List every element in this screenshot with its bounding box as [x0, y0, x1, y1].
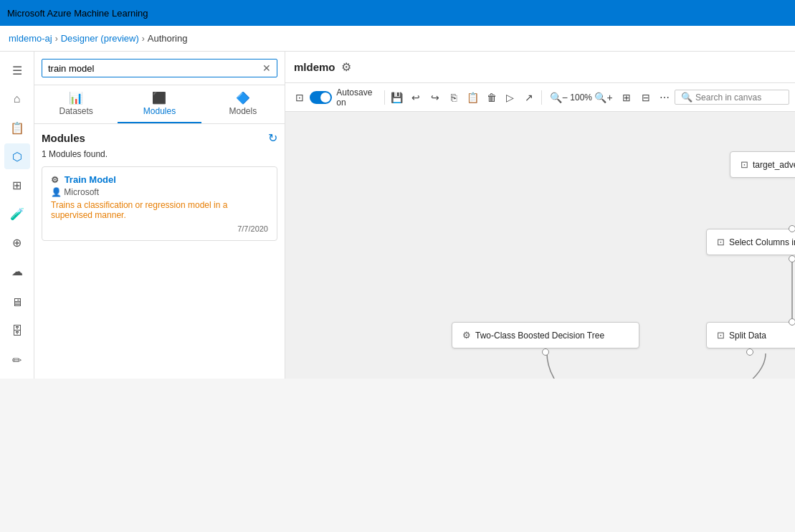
- canvas-search-input[interactable]: [695, 92, 781, 103]
- twoclass-output-connector[interactable]: [542, 348, 549, 356]
- breadcrumb-mldemo[interactable]: mldemo-aj: [9, 33, 52, 44]
- select-input-connector[interactable]: [789, 225, 795, 232]
- undo-icon[interactable]: ↩: [407, 87, 424, 108]
- monitor-icon[interactable]: 🖥: [4, 290, 30, 315]
- breadcrumb-designer[interactable]: Designer (preview): [61, 33, 139, 44]
- panel-tabs: 📊 Datasets ⬛ Modules 🔷 Models: [34, 85, 285, 124]
- modules-title: Modules: [42, 132, 85, 144]
- topbar: Microsoft Azure Machine Learning: [0, 0, 795, 26]
- split-output1-connector[interactable]: [746, 348, 753, 356]
- module-desc: Trains a classification or regression mo…: [51, 200, 268, 220]
- experiments-icon[interactable]: 🧪: [4, 201, 30, 227]
- save-icon[interactable]: 💾: [389, 87, 406, 108]
- breadcrumb-sep-2: ›: [142, 34, 145, 44]
- canvas[interactable]: ⊡ target_adventurework ⊡ Select Columns …: [285, 112, 795, 379]
- split-input-connector[interactable]: [789, 318, 795, 326]
- search-input-wrap: ✕: [42, 59, 277, 77]
- settings-icon[interactable]: ⚙: [341, 60, 351, 74]
- pipeline-title: mldemo: [294, 61, 335, 73]
- models-tab-label: Models: [229, 106, 257, 116]
- datasets-tab-label: Datasets: [59, 106, 92, 116]
- copy-icon[interactable]: ⎘: [445, 87, 462, 108]
- module-name: ⚙ Train Model: [51, 174, 268, 185]
- node-target-label: target_adventurework: [753, 160, 795, 170]
- breadcrumb-sep-1: ›: [55, 34, 58, 44]
- topbar-title: Microsoft Azure Machine Learning: [7, 8, 148, 19]
- delete-icon[interactable]: 🗑: [482, 87, 500, 108]
- module-author: 👤 Microsoft: [51, 187, 268, 197]
- canvas-search[interactable]: 🔍: [675, 90, 789, 105]
- arrow-icon[interactable]: ↗: [520, 87, 538, 108]
- canvas-area: mldemo ⚙ ⊡ Autosave on 💾 ↩ ↪ ⎘ 📋 🗑 ▷ ↗ 🔍…: [285, 52, 795, 379]
- node-split-label: Split Data: [729, 331, 766, 341]
- node-select-cols[interactable]: ⊡ Select Columns in Dataset: [706, 229, 795, 255]
- modules-tab-icon: ⬛: [152, 91, 166, 105]
- tab-models[interactable]: 🔷 Models: [201, 85, 285, 123]
- modules-header: Modules ↻: [42, 131, 277, 145]
- left-panel: ✕ 📊 Datasets ⬛ Modules 🔷 Models Modules …: [34, 52, 285, 379]
- toolbar-sep-1: [384, 90, 385, 105]
- zoom-in-icon[interactable]: 🔍+: [594, 87, 614, 108]
- toolbar: ⊡ Autosave on 💾 ↩ ↪ ⎘ 📋 🗑 ▷ ↗ 🔍− 100% 🔍+…: [285, 83, 795, 112]
- zoom-level: 100%: [570, 92, 592, 103]
- zoom-out-icon[interactable]: 🔍−: [548, 87, 568, 108]
- fit-page-icon[interactable]: ⊞: [618, 87, 635, 108]
- node-target-icon: ⊡: [741, 159, 748, 170]
- toolbar-sep-2: [541, 90, 542, 105]
- designer-icon[interactable]: ⬡: [4, 143, 30, 169]
- datasets-tab-icon: 📊: [69, 91, 83, 105]
- select-output-connector[interactable]: [789, 255, 795, 262]
- redo-icon[interactable]: ↪: [426, 87, 443, 108]
- data-icon[interactable]: 🗄: [4, 318, 30, 344]
- refresh-icon[interactable]: ↻: [268, 131, 277, 145]
- node-split-data[interactable]: ⊡ Split Data: [706, 322, 795, 348]
- module-card-icon: ⚙: [51, 175, 59, 185]
- breadcrumb-bar: mldemo-aj › Designer (preview) › Authori…: [0, 26, 795, 52]
- panel-content: Modules ↻ 1 Modules found. ⚙ Train Model…: [34, 124, 285, 379]
- node-select-icon: ⊡: [717, 237, 725, 247]
- tab-modules[interactable]: ⬛ Modules: [118, 85, 201, 123]
- module-card-train-model[interactable]: ⚙ Train Model 👤 Microsoft Trains a class…: [42, 166, 277, 241]
- node-target[interactable]: ⊡ target_adventurework: [730, 151, 795, 178]
- autosave-wrap: Autosave on: [310, 87, 378, 108]
- autosave-toggle[interactable]: [310, 91, 332, 104]
- icon-sidebar: ☰ ⌂ 📋 ⬡ ⊞ 🧪 ⊕ ☁ 🖥 🗄 ✏: [0, 52, 34, 379]
- endpoints-icon[interactable]: ☁: [4, 258, 30, 284]
- breadcrumb-current: Authoring: [148, 33, 188, 44]
- paste-icon[interactable]: 📋: [464, 87, 481, 108]
- hamburger-icon[interactable]: ☰: [4, 57, 30, 83]
- node-twoclass-icon: ⚙: [462, 330, 471, 341]
- search-clear-icon[interactable]: ✕: [262, 62, 271, 74]
- node-twoclass-label: Two-Class Boosted Decision Tree: [475, 331, 604, 341]
- author-icon: 👤: [51, 187, 64, 197]
- notebook-icon[interactable]: 📋: [4, 115, 30, 141]
- more-icon[interactable]: ⋯: [656, 87, 673, 108]
- node-select-label: Select Columns in Dataset: [729, 237, 795, 247]
- node-two-class[interactable]: ⚙ Two-Class Boosted Decision Tree: [452, 322, 639, 348]
- search-canvas-icon: 🔍: [681, 92, 692, 103]
- thumbnail-icon[interactable]: ⊟: [637, 87, 654, 108]
- module-date: 7/7/2020: [51, 224, 268, 233]
- modules-tab-label: Modules: [143, 106, 176, 116]
- models-icon[interactable]: ⊕: [4, 229, 30, 255]
- fit-view-icon[interactable]: ⊡: [291, 87, 308, 108]
- content-area: ☰ ⌂ 📋 ⬡ ⊞ 🧪 ⊕ ☁ 🖥 🗄 ✏ ✕ 📊 Datasets ⬛: [0, 52, 795, 379]
- tab-datasets[interactable]: 📊 Datasets: [34, 85, 118, 123]
- modules-count: 1 Modules found.: [42, 149, 277, 159]
- edit-icon[interactable]: ✏: [4, 347, 30, 373]
- search-input[interactable]: [48, 63, 262, 74]
- compute-icon[interactable]: ⊞: [4, 172, 30, 198]
- search-box: ✕: [34, 52, 285, 85]
- home-icon[interactable]: ⌂: [4, 86, 30, 112]
- models-tab-icon: 🔷: [236, 91, 250, 105]
- run-icon[interactable]: ▷: [502, 87, 519, 108]
- node-split-icon: ⊡: [717, 330, 725, 341]
- zoom-wrap: 🔍− 100% 🔍+: [548, 87, 614, 108]
- canvas-header: mldemo ⚙: [285, 52, 795, 83]
- autosave-label: Autosave on: [336, 87, 377, 108]
